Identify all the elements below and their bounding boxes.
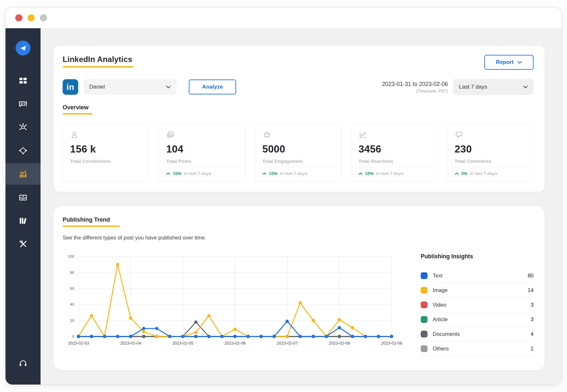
trend-percent: 3% (461, 171, 468, 176)
trend-suffix: in last 7 days (376, 171, 404, 176)
trend-up-icon (166, 172, 170, 175)
app-window: LinkedIn Analytics Report in (5, 7, 562, 385)
trend-up-icon (262, 172, 267, 175)
stat-card-total-engagement: 5000 Total Engagement 15% in last 7 days (255, 124, 341, 181)
legend-row-article: Article3 (421, 312, 534, 327)
stat-value: 5000 (262, 143, 334, 155)
svg-text:2023-02-03: 2023-02-03 (68, 341, 89, 346)
close-window-button[interactable] (15, 14, 22, 21)
timezone-note: (Timezone: PST) (382, 89, 448, 93)
others-series-swatch (421, 345, 428, 352)
svg-text:2023-02-07: 2023-02-07 (277, 341, 298, 346)
svg-text:2023-02-04: 2023-02-04 (120, 341, 141, 346)
sidebar-item-dashboard[interactable] (6, 70, 41, 91)
stat-value: 230 (455, 143, 526, 155)
sidebar (6, 28, 41, 385)
article-series-swatch (421, 316, 428, 323)
legend-row-text: Text80 (421, 268, 534, 283)
svg-text:40: 40 (70, 302, 75, 306)
trend-up-icon (358, 172, 363, 175)
svg-text:2023-02-05: 2023-02-05 (172, 341, 193, 346)
user-icon (70, 130, 79, 139)
legend-label: Article (433, 316, 448, 323)
screenshot-canvas: LinkedIn Analytics Report in (0, 0, 567, 392)
image-series-swatch (421, 287, 428, 294)
analytics-controls: in Daniel Analyze 2023-01-31 to 2023-02-… (63, 79, 534, 95)
page-title: LinkedIn Analytics (63, 55, 133, 64)
chevron-down-icon (166, 86, 171, 89)
linkedin-glyph: in (66, 82, 74, 92)
legend-value: 3 (531, 302, 534, 308)
period-select[interactable]: Last 7 days (453, 79, 534, 95)
star-icon (262, 130, 271, 139)
insights-legend: Text80Image14Video3Article3Documents4Oth… (421, 268, 534, 356)
analyze-button[interactable]: Analyze (189, 80, 236, 94)
app-logo[interactable] (16, 41, 30, 55)
network-hub-icon (18, 122, 28, 132)
svg-text:2023-02-08: 2023-02-08 (329, 341, 350, 346)
titlebar (6, 7, 561, 28)
legend-value: 80 (528, 273, 534, 279)
legend-row-others: Others1 (421, 341, 534, 356)
account-select[interactable]: Daniel (83, 79, 176, 95)
overview-section: Overview (63, 104, 534, 115)
svg-text:2023-02-06: 2023-02-06 (224, 341, 246, 346)
linkedin-icon: in (63, 79, 78, 95)
trend-up-icon (455, 172, 459, 175)
title-underline (63, 66, 133, 67)
legend-label: Text (433, 273, 442, 279)
chevron-down-icon (523, 86, 528, 89)
trend-percent: 15% (269, 171, 278, 176)
publishing-trend-description: See the different types of post you have… (63, 235, 534, 241)
publishing-trend-chart: 0204060801002023-02-032023-02-042023-02-… (63, 252, 406, 356)
publishing-trend-title-block: Publishing Trend (63, 216, 534, 227)
stat-value: 3456 (358, 143, 430, 155)
svg-text:20: 20 (70, 318, 75, 323)
report-button[interactable]: Report (484, 55, 534, 70)
svg-text:100: 100 (68, 254, 74, 258)
date-range-block: 2023-01-31 to 2023-02-06 (Timezone: PST) (382, 81, 448, 93)
sidebar-item-share[interactable] (6, 140, 41, 161)
tools-icon (18, 239, 28, 249)
stat-card-total-comments: 230 Total Comments 3% in last 7 days (447, 124, 534, 181)
svg-text:2023-02-09: 2023-02-09 (381, 341, 402, 346)
sidebar-item-support[interactable] (6, 352, 41, 374)
stat-label: Total Comments (455, 159, 526, 164)
analyze-button-label: Analyze (202, 84, 223, 90)
fullscreen-window-button[interactable] (40, 14, 47, 21)
sidebar-item-tools[interactable] (6, 233, 41, 255)
stat-label: Total Reactions (358, 159, 430, 164)
sidebar-item-library[interactable] (6, 210, 41, 231)
stat-trend: 10% in last 7 days (358, 167, 430, 176)
legend-label: Others (433, 346, 449, 352)
text-series-swatch (421, 272, 428, 279)
chat-alert-icon (18, 99, 28, 109)
legend-label: Documents (433, 331, 460, 337)
legend-value: 4 (531, 331, 534, 337)
period-select-value: Last 7 days (459, 84, 487, 90)
trend-percent: 10% (365, 171, 374, 176)
minimize-window-button[interactable] (28, 14, 35, 21)
paper-plane-icon (19, 44, 27, 52)
sidebar-item-analytics[interactable] (6, 163, 41, 185)
svg-text:80: 80 (70, 270, 75, 275)
publishing-trend-panel: Publishing Trend See the different types… (54, 206, 545, 370)
publishing-insights-heading: Publishing Insights (421, 253, 534, 260)
stat-label: Total Connections (70, 159, 141, 164)
analytics-chart-icon (18, 169, 28, 179)
chevron-down-icon (517, 61, 522, 64)
diamond-nodes-icon (18, 146, 28, 155)
sidebar-item-inbox[interactable] (6, 187, 41, 208)
report-button-label: Report (496, 59, 514, 66)
legend-label: Video (433, 302, 446, 308)
publishing-trend-underline (63, 226, 120, 227)
date-range: 2023-01-31 to 2023-02-06 (382, 81, 448, 88)
sidebar-item-connections[interactable] (6, 116, 41, 138)
comment-icon (455, 130, 464, 139)
stat-value: 156 k (70, 143, 141, 155)
analytics-panel: LinkedIn Analytics Report in (54, 46, 545, 192)
stat-trend: 15% in last 7 days (262, 167, 334, 176)
stat-cards: 156 k Total Connections 104 (63, 124, 534, 181)
sidebar-item-posts[interactable] (6, 93, 41, 115)
legend-row-video: Video3 (421, 298, 534, 312)
